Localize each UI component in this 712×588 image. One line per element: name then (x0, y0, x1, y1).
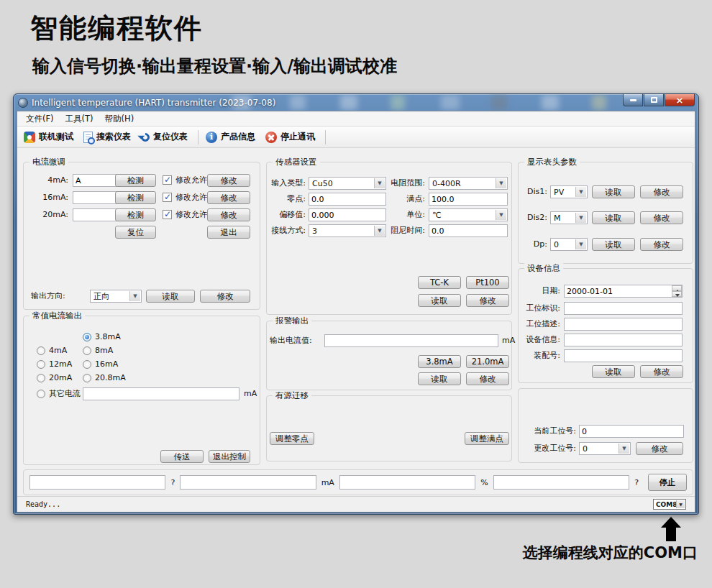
dis2-modify-button[interactable]: 修改 (640, 211, 683, 224)
toolbar-product-info[interactable]: 产品信息 (202, 129, 262, 144)
dis2-select[interactable]: M (550, 211, 588, 224)
aero-blur-decoration (491, 95, 507, 110)
assembly-no-input[interactable] (564, 349, 683, 362)
trim-16ma-allow-checkbox[interactable] (163, 193, 172, 202)
stop-button[interactable]: 停止 (648, 474, 687, 491)
alarm-low-button[interactable]: 3.8mA (418, 355, 461, 368)
alarm-high-button[interactable]: 21.0mA (466, 355, 509, 368)
station-desc-input[interactable] (564, 318, 683, 331)
toolbar-online-test[interactable]: 联机测试 (20, 129, 80, 144)
offset-input[interactable] (309, 208, 386, 221)
radio-other-current[interactable]: 其它电流 (37, 388, 81, 399)
date-input[interactable] (564, 285, 683, 298)
trim-4ma-detect-button[interactable]: 检测 (115, 174, 156, 187)
device-info-input[interactable] (564, 334, 683, 346)
trim-4ma-modify-button[interactable]: 修改 (207, 174, 250, 187)
menu-file[interactable]: 文件(F) (20, 112, 60, 126)
trim-16ma-input[interactable] (73, 191, 117, 204)
sensor-read-button[interactable]: 读取 (418, 294, 461, 307)
maximize-button[interactable] (644, 94, 664, 106)
station-tag-input[interactable] (564, 302, 683, 315)
monitor-input-4[interactable] (493, 475, 629, 490)
monitor-input-1[interactable] (29, 475, 165, 490)
trim-20ma-allow-checkbox[interactable] (163, 210, 172, 219)
direction-modify-button[interactable]: 修改 (200, 290, 250, 303)
menu-tools[interactable]: 工具(T) (60, 112, 99, 126)
dp-select[interactable]: 0 (550, 238, 588, 251)
trim-16ma-detect-button[interactable]: 检测 (115, 191, 156, 204)
trim-20ma-detect-button[interactable]: 检测 (115, 208, 156, 221)
toolbar-reset-instrument[interactable]: 复位仪表 (137, 129, 194, 144)
sensor-modify-button[interactable]: 修改 (466, 294, 509, 307)
adjust-zero-button[interactable]: 调整零点 (270, 432, 314, 445)
tck-button[interactable]: TC-K (418, 276, 461, 289)
monitor-input-3[interactable] (339, 475, 475, 490)
dis1-select[interactable]: PV (550, 185, 588, 198)
radio-3-8ma[interactable]: 3.8mA (83, 332, 121, 341)
toolbar-search-instrument[interactable]: 搜索仪表 (80, 129, 137, 144)
alarm-current-input[interactable] (324, 334, 498, 347)
trim-20ma-modify-button[interactable]: 修改 (207, 208, 250, 221)
current-station-input[interactable] (579, 425, 684, 438)
radio-20ma[interactable]: 20mA (37, 373, 72, 382)
unit-select[interactable]: ℃ (429, 208, 508, 221)
dis2-label: Dis2: (519, 211, 547, 224)
alarm-read-button[interactable]: 读取 (418, 372, 461, 385)
close-icon: × (676, 96, 684, 105)
migration-groupbox: 有源迁移 调整零点 调整满点 (266, 395, 512, 461)
dp-read-button[interactable]: 读取 (592, 238, 635, 251)
toolbar-stop-comm[interactable]: 停止通讯 (262, 129, 321, 144)
change-station-select[interactable]: 0 (579, 442, 631, 455)
maximize-icon (651, 97, 657, 103)
radio-4ma[interactable]: 4mA (37, 346, 67, 355)
radio-16ma[interactable]: 16mA (83, 359, 118, 369)
menu-help[interactable]: 帮助(H) (99, 112, 140, 126)
annotation-text: 选择编程线对应的COM口 (523, 543, 698, 563)
zero-input[interactable] (309, 193, 386, 206)
exit-control-button[interactable]: 退出控制 (209, 450, 250, 463)
input-type-select[interactable]: Cu50 (309, 177, 386, 190)
trim-4ma-allow-checkbox[interactable] (163, 175, 172, 185)
output-current-label: 输出电流值: (270, 334, 312, 347)
sensor-settings-groupbox: 传感器设置 输入类型: Cu50 电阻范围: 0-400R 零点: 满点: 偏移… (266, 162, 512, 315)
minimize-button[interactable] (623, 94, 643, 106)
dp-modify-button[interactable]: 修改 (640, 238, 683, 251)
other-current-input[interactable] (83, 387, 239, 400)
device-read-button[interactable]: 读取 (592, 365, 635, 378)
trim-exit-button[interactable]: 退出 (207, 226, 250, 239)
trim-4ma-input[interactable] (73, 174, 117, 187)
trim-20ma-label: 20mA: (24, 208, 68, 221)
damping-input[interactable] (429, 224, 508, 237)
unit-label: 单位: (382, 208, 425, 221)
dis2-read-button[interactable]: 读取 (592, 211, 635, 224)
station-modify-button[interactable]: 修改 (636, 442, 683, 455)
pt100-button[interactable]: Pt100 (466, 276, 509, 289)
direction-read-button[interactable]: 读取 (146, 290, 195, 303)
radio-20-8ma[interactable]: 20.8mA (83, 373, 126, 382)
device-modify-button[interactable]: 修改 (640, 365, 683, 378)
dis1-modify-button[interactable]: 修改 (640, 185, 683, 198)
output-direction-select[interactable]: 正向 (90, 290, 142, 303)
groupbox-title: 显示表头参数 (524, 157, 580, 167)
date-spinner[interactable] (564, 285, 683, 298)
adjust-full-button[interactable]: 调整满点 (465, 432, 509, 445)
dis1-read-button[interactable]: 读取 (592, 185, 635, 198)
radio-8ma[interactable]: 8mA (83, 346, 113, 355)
send-button[interactable]: 传送 (160, 450, 204, 463)
question-separator: ? (170, 478, 175, 487)
alarm-modify-button[interactable]: 修改 (466, 372, 509, 385)
full-input[interactable] (429, 193, 508, 206)
spinner-arrows-icon[interactable] (672, 285, 682, 297)
groupbox-title: 报警输出 (273, 316, 311, 326)
station-number-groupbox: 当前工位号: 更改工位号: 0 修改 (518, 388, 693, 463)
resistance-range-select[interactable]: 0-400R (429, 177, 508, 190)
trim-reset-button[interactable]: 复位 (115, 226, 156, 239)
close-button[interactable]: × (665, 94, 695, 106)
trim-16ma-modify-button[interactable]: 修改 (207, 191, 250, 204)
radio-12ma[interactable]: 12mA (37, 359, 72, 369)
com-port-select[interactable]: COM8 (653, 499, 686, 510)
trim-20ma-input[interactable] (73, 208, 117, 221)
titlebar[interactable]: Intelligent temperature (HART) transmitt… (17, 94, 695, 111)
monitor-input-2[interactable] (180, 475, 316, 490)
wiring-select[interactable]: 3 (309, 224, 386, 237)
